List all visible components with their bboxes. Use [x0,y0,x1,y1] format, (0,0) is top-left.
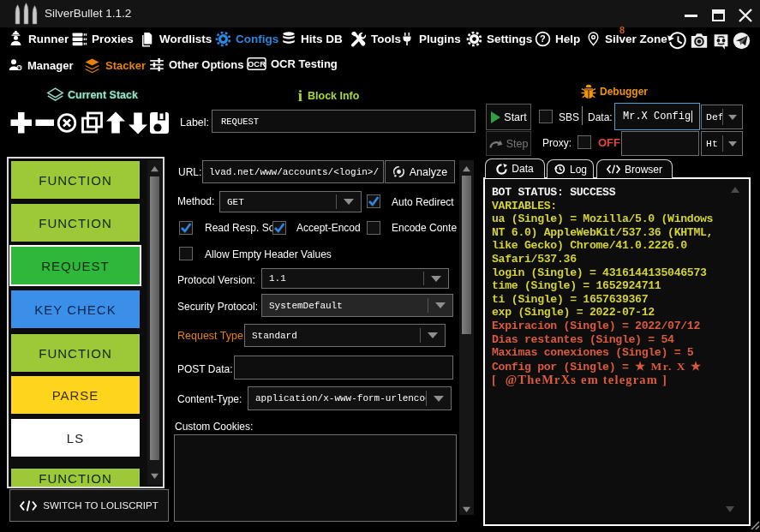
svg-text:i: i [298,87,302,104]
svg-text:OCR: OCR [248,60,266,69]
svg-text:?: ? [540,33,546,44]
